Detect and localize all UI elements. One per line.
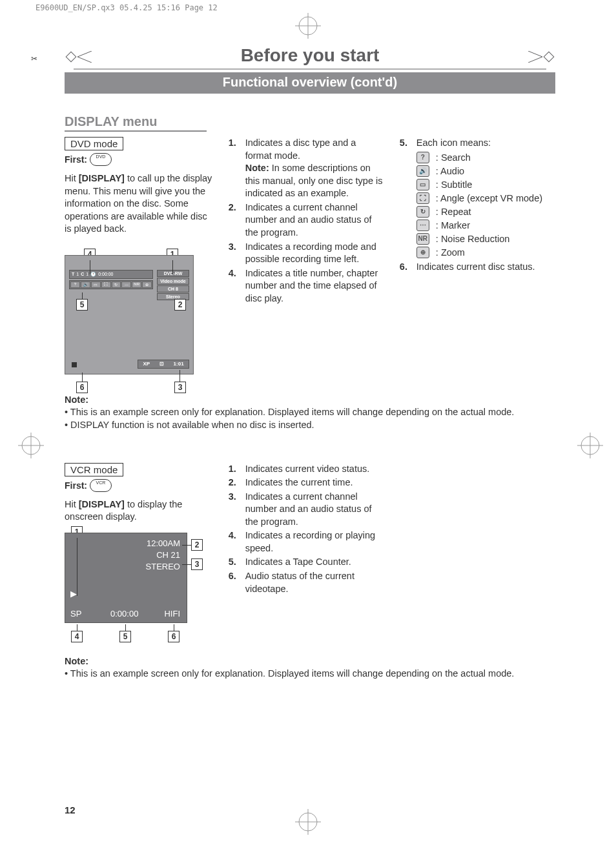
reg-mark-left [18, 433, 44, 461]
repeat-icon: ↻ [416, 206, 429, 218]
dvd-list-middle: 1. Indicates a disc type and a format mo… [229, 137, 384, 305]
vcr-callout-2: 2 [191, 539, 203, 551]
dvd-osd-figure: 4 1 T1 C1 🕐0:00:00 ?🔊▭ ⛶↻⋯ NR⊕ DVD-RW [65, 255, 200, 374]
vcr-callout-4: 4 [71, 631, 83, 642]
angle-icon: ⛶ [416, 192, 429, 204]
callout-2: 2 [174, 299, 186, 311]
vcr-callout-3: 3 [191, 558, 203, 570]
marker-icon: ⋯ [416, 220, 429, 231]
chapter-banner: Before you start [65, 45, 555, 68]
dvd-disc-icon: DVD [90, 153, 112, 166]
vcr-callout-6: 6 [168, 631, 180, 642]
zoom-icon: ⊕ [416, 247, 429, 258]
note-vcr: Note: • This is an example screen only f… [65, 655, 555, 680]
note-dvd: Note: • This is an example screen only f… [65, 394, 555, 432]
subtitle-bar: Functional overview (cont'd) [65, 72, 555, 94]
callout-6: 6 [76, 382, 88, 393]
dvd-mode-box: DVD mode [65, 137, 123, 150]
vcr-first-line: First: VCR [65, 479, 213, 492]
vcr-osd-figure: 1 12:00AM CH 21 STEREO ▶ SP 0:00:00 HIFI… [65, 533, 200, 623]
section-heading: DISPLAY menu [65, 114, 207, 132]
chapter-title: Before you start [241, 45, 380, 68]
dvd-list-right: 5.Each icon means: [400, 137, 555, 150]
page-number: 12 [65, 804, 76, 815]
callout-3: 3 [174, 382, 186, 393]
search-icon: ? [416, 152, 429, 163]
reg-mark-bottom [295, 809, 321, 837]
audio-icon: 🔊 [416, 165, 429, 177]
dvd-intro: Hit [DISPLAY] to call up the display men… [65, 172, 213, 236]
vcr-list: 1.Indicates current video status. 2.Indi… [229, 463, 384, 596]
callout-5: 5 [76, 299, 88, 311]
svg-line-12 [77, 51, 92, 57]
vcr-intro: Hit [DISPLAY] to display the onscreen di… [65, 498, 213, 524]
vcr-disc-icon: VCR [90, 479, 112, 492]
reg-mark-right [577, 433, 603, 461]
file-meta: E9600UD_EN/SP.qx3 05.4.25 15:16 Page 12 [36, 3, 218, 12]
svg-line-15 [528, 57, 542, 63]
scissor-icon: ✂ [31, 54, 37, 63]
nr-icon: NR [416, 233, 429, 245]
svg-line-14 [528, 51, 542, 57]
subtitle-icon: ▭ [416, 179, 429, 190]
vcr-callout-5: 5 [119, 631, 131, 642]
dvd-first-line: First: DVD [65, 153, 213, 166]
reg-mark-top [295, 13, 321, 39]
vcr-mode-box: VCR mode [65, 463, 123, 476]
svg-line-13 [77, 57, 92, 63]
